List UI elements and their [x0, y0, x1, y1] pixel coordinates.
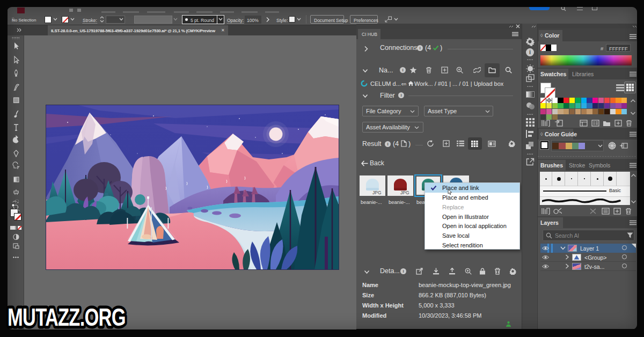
svg-text:MUTAZZ.ORG: MUTAZZ.ORG [8, 303, 126, 331]
